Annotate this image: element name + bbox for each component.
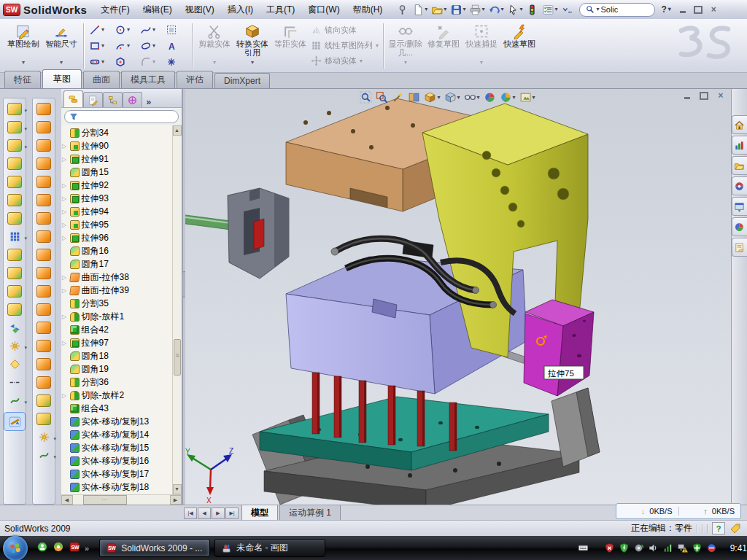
extruded-boss-button[interactable]: ▾ [5,102,24,115]
sync-ball-icon[interactable] [706,542,717,553]
e-point-button[interactable] [163,54,189,70]
dropdown-icon[interactable]: ▾ [101,27,104,33]
tree-item-拉伸91[interactable]: ▷拉伸91 [61,152,173,166]
extended-surface-button[interactable] [34,139,53,152]
linear-pattern-button[interactable]: ▾ [5,230,24,243]
search-dropdown-icon[interactable]: ▾ [596,7,599,12]
scroll-right-icon[interactable]: ▶ [170,495,182,505]
combine-bodies-button[interactable] [5,303,24,316]
tab-特征[interactable]: 特征 [4,71,41,88]
freeform-surface-button[interactable] [34,193,53,206]
menu-视图(V)[interactable]: 视图(V) [179,4,221,16]
taskbar-button-未命名 - 画图[interactable]: 未命名 - 画图 [214,539,325,557]
e-line-button[interactable]: ▾ [87,22,112,38]
tree-item-圆角15[interactable]: 圆角15 [61,166,173,179]
tab-草图[interactable]: 草图 [42,69,82,88]
zoom-fit-button[interactable] [359,90,373,104]
volume-icon[interactable] [648,542,659,553]
first-tab-button[interactable]: |◀ [184,508,197,519]
dropdown-icon[interactable]: ▾ [519,7,522,12]
sketch-button[interactable]: 草图绘制▾ [4,21,42,71]
shell-button[interactable] [5,175,24,188]
design-library-tab[interactable] [732,136,747,155]
expand-icon[interactable]: ▷ [61,143,68,149]
reference-point-button[interactable]: ▾ [34,430,53,443]
repair-button[interactable]: 修复草图 [425,21,462,71]
combine-button[interactable] [5,266,24,279]
display-style-button[interactable]: ▾ [444,90,461,104]
wireless-icon[interactable] [662,542,673,553]
scrollbar-thumb[interactable] [174,339,181,376]
tags-icon[interactable] [729,523,741,534]
dropdown-icon[interactable]: ▾ [53,436,56,442]
tree-item-圆角18[interactable]: 圆角18 [61,349,173,362]
solidworks-resources-tab[interactable] [732,115,747,134]
dropdown-icon[interactable]: ▾ [60,60,63,66]
tree-vertical-scrollbar[interactable]: ▲ ▼ [172,125,182,494]
move-button[interactable]: 移动实体▾ [309,54,380,69]
open-button[interactable]: ▾ [430,3,448,17]
menu-工具(T)[interactable]: 工具(T) [260,4,301,16]
propmgr-tab[interactable] [83,92,103,107]
view-palette-tab[interactable] [732,197,747,216]
mirror-button[interactable] [5,248,24,261]
curve-button[interactable]: ▾ [5,394,24,407]
ruled-surface-button[interactable] [34,357,53,370]
untrim-surface-button[interactable] [34,339,53,352]
search-input[interactable]: Solic [600,5,618,14]
dropdown-icon[interactable]: ▾ [404,60,407,66]
e-fillet-button[interactable]: ▾ [138,54,163,70]
help-button[interactable]: ? ▾ [661,4,670,15]
scroll-left-icon[interactable]: ◀ [61,495,73,505]
reference-geometry-button[interactable]: ▾ [5,339,24,352]
mirror-button[interactable]: 镜向实体 [309,23,380,38]
zoom-selection-button[interactable] [391,90,405,104]
quick-tips-button[interactable]: ? [712,522,725,534]
instant3d-button[interactable] [4,412,26,431]
dropdown-icon[interactable]: ▾ [251,60,254,66]
doc-tab-模型[interactable]: 模型 [241,505,278,521]
menu-插入(I)[interactable]: 插入(I) [221,4,260,16]
system-tool-icon[interactable] [633,542,644,553]
options-button[interactable]: ▾ [541,3,559,17]
e-arc-button[interactable]: ▾ [112,38,138,54]
tab-评估[interactable]: 评估 [177,71,213,88]
tree-item-拉伸92[interactable]: ▷拉伸92 [61,179,173,192]
taskbar-button-SolidWorks 2009 - ...[interactable]: SWSolidWorks 2009 - ... [99,539,210,557]
e-ellipse-button[interactable]: ▾ [138,38,163,54]
expand-icon[interactable]: ▷ [61,156,68,163]
network-warning-icon[interactable] [677,542,688,553]
expand-icon[interactable]: ▷ [61,287,68,294]
split-button[interactable] [5,284,24,298]
swept-surface-button[interactable] [34,102,53,115]
appearances-scenes-tab[interactable] [732,217,747,236]
dimxpertmgr-tab[interactable] [123,92,142,107]
restore-button[interactable] [692,4,705,15]
print-button[interactable]: ▾ [468,3,486,17]
quick-sketch-button[interactable]: 快速草图 [500,21,538,71]
tab-曲面[interactable]: 曲面 [83,71,120,88]
planar-surface-button[interactable] [34,211,53,225]
expand-icon[interactable]: ▷ [61,274,68,281]
help-dropdown-icon[interactable]: ▾ [668,7,671,12]
trim-button[interactable]: 剪裁实体▾ [196,21,233,71]
dropdown-icon[interactable]: ▾ [24,126,27,132]
tree-item-拉伸90[interactable]: ▷拉伸90 [61,139,173,152]
quicklaunch-overflow[interactable]: » [85,544,89,553]
browser-ball-quicklaunch[interactable] [53,541,64,555]
tree-item-曲面-拉伸38[interactable]: ▷曲面-拉伸38 [61,271,173,284]
tree-item-拉伸97[interactable]: ▷拉伸97 [61,336,173,349]
apply-scene-button[interactable]: ▾ [499,90,516,104]
minimize-button[interactable] [677,4,689,15]
security-alert-icon[interactable] [604,542,615,553]
section-view-button[interactable] [407,90,421,104]
tree-item-拉伸94[interactable]: ▷拉伸94 [61,205,173,218]
tree-item-组合42[interactable]: 组合42 [61,323,173,336]
convert-button[interactable]: 转换实体引用▾ [233,21,271,71]
health-shield-icon[interactable] [692,542,703,553]
hscroll-track[interactable]: ⋯ [73,495,170,505]
extruded-cut-button[interactable]: ▾ [5,120,24,133]
dropdown-icon[interactable]: ▾ [480,60,483,66]
dropdown-icon[interactable]: ▾ [24,345,27,351]
previous-tab-button[interactable]: ◀ [198,508,211,519]
